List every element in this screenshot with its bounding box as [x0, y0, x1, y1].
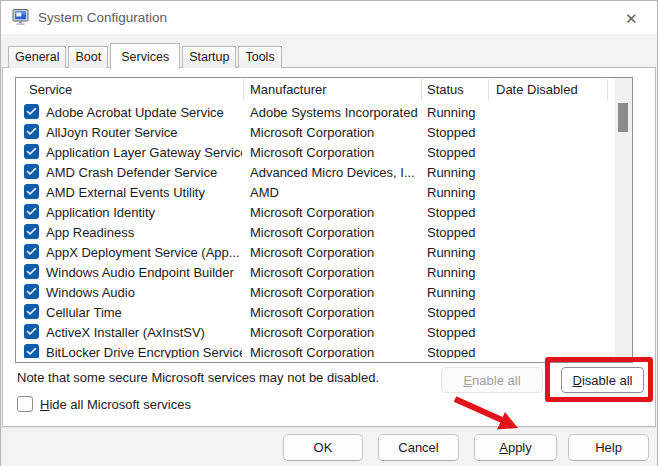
service-manufacturer: Adobe Systems Incorporated: [250, 105, 424, 120]
service-status: Running: [427, 165, 487, 180]
service-manufacturer: Microsoft Corporation: [250, 325, 424, 340]
service-manufacturer: Microsoft Corporation: [250, 285, 424, 300]
service-name: AMD External Events Utility: [46, 185, 242, 200]
column-divider: [607, 79, 608, 101]
hide-microsoft-services-checkbox[interactable]: [17, 396, 33, 412]
table-row[interactable]: ActiveX Installer (AxInstSV) Microsoft C…: [16, 322, 615, 342]
service-name: App Readiness: [46, 225, 242, 240]
window-title: System Configuration: [38, 10, 167, 25]
service-checkbox[interactable]: [24, 304, 39, 319]
column-header-manufacturer[interactable]: Manufacturer: [250, 82, 327, 97]
table-row[interactable]: Windows Audio Endpoint Builder Microsoft…: [16, 262, 615, 282]
scrollbar-thumb[interactable]: [618, 103, 628, 132]
service-manufacturer: Microsoft Corporation: [250, 125, 424, 140]
column-header-status[interactable]: Status: [427, 82, 464, 97]
service-name: AllJoyn Router Service: [46, 125, 242, 140]
cancel-button[interactable]: Cancel: [378, 434, 459, 461]
service-checkbox[interactable]: [24, 124, 39, 139]
service-checkbox[interactable]: [24, 204, 39, 219]
service-name: ActiveX Installer (AxInstSV): [46, 325, 242, 340]
hide-microsoft-services-label: Hide all Microsoft services: [40, 397, 191, 412]
close-icon[interactable]: ✕: [619, 7, 643, 29]
table-row[interactable]: App Readiness Microsoft Corporation Stop…: [16, 222, 615, 242]
service-checkbox[interactable]: [24, 104, 39, 119]
services-rows: Adobe Acrobat Update Service Adobe Syste…: [16, 102, 615, 358]
table-row[interactable]: Windows Audio Microsoft Corporation Runn…: [16, 282, 615, 302]
tab-services[interactable]: Services: [110, 43, 180, 69]
service-status: Stopped: [427, 225, 487, 240]
service-status: Running: [427, 285, 487, 300]
service-manufacturer: Microsoft Corporation: [250, 245, 424, 260]
services-list-header: Service Manufacturer Status Date Disable…: [16, 78, 615, 102]
services-tab-panel: Service Manufacturer Status Date Disable…: [2, 67, 656, 427]
dialog-button-bar: OK Cancel Apply Help: [1, 427, 657, 466]
vertical-scrollbar[interactable]: [615, 78, 632, 362]
service-name: AppX Deployment Service (App...: [46, 245, 242, 260]
service-name: Adobe Acrobat Update Service: [46, 105, 242, 120]
msconfig-app-icon: [12, 9, 32, 27]
services-list: Service Manufacturer Status Date Disable…: [15, 77, 633, 363]
table-row[interactable]: AppX Deployment Service (App... Microsof…: [16, 242, 615, 262]
tab-strip: General Boot Services Startup Tools: [8, 41, 284, 68]
service-status: Stopped: [427, 125, 487, 140]
service-status: Stopped: [427, 205, 487, 220]
table-row[interactable]: Cellular Time Microsoft Corporation Stop…: [16, 302, 615, 322]
service-checkbox[interactable]: [24, 224, 39, 239]
service-name: Cellular Time: [46, 305, 242, 320]
enable-all-button[interactable]: Enable all: [441, 367, 543, 393]
service-manufacturer: Microsoft Corporation: [250, 205, 424, 220]
service-checkbox[interactable]: [24, 164, 39, 179]
column-header-date-disabled[interactable]: Date Disabled: [496, 82, 578, 97]
service-status: Running: [427, 245, 487, 260]
table-row[interactable]: AllJoyn Router Service Microsoft Corpora…: [16, 122, 615, 142]
system-configuration-window: System Configuration ✕ General Boot Serv…: [0, 0, 658, 466]
apply-button[interactable]: Apply: [474, 434, 557, 461]
service-status: Running: [427, 265, 487, 280]
service-checkbox[interactable]: [24, 324, 39, 339]
table-row[interactable]: AMD Crash Defender Service Advanced Micr…: [16, 162, 615, 182]
column-divider: [243, 79, 244, 101]
service-status: Stopped: [427, 145, 487, 160]
service-name: Windows Audio Endpoint Builder: [46, 265, 242, 280]
column-divider: [488, 79, 489, 101]
service-checkbox[interactable]: [24, 184, 39, 199]
table-row[interactable]: AMD External Events Utility AMD Running: [16, 182, 615, 202]
service-checkbox[interactable]: [24, 264, 39, 279]
title-bar: System Configuration ✕: [1, 1, 657, 34]
service-manufacturer: Microsoft Corporation: [250, 305, 424, 320]
disable-all-button[interactable]: Disable all: [561, 367, 644, 393]
ok-button[interactable]: OK: [283, 434, 363, 461]
service-manufacturer: Advanced Micro Devices, I...: [250, 165, 424, 180]
table-row[interactable]: Adobe Acrobat Update Service Adobe Syste…: [16, 102, 615, 122]
service-checkbox[interactable]: [24, 344, 39, 358]
service-status: Running: [427, 105, 487, 120]
service-name: Windows Audio: [46, 285, 242, 300]
tab-boot[interactable]: Boot: [68, 46, 108, 68]
service-manufacturer: Microsoft Corporation: [250, 225, 424, 240]
table-row[interactable]: Application Identity Microsoft Corporati…: [16, 202, 615, 222]
secure-services-note: Note that some secure Microsoft services…: [17, 370, 379, 385]
help-button[interactable]: Help: [568, 434, 649, 461]
service-checkbox[interactable]: [24, 244, 39, 259]
service-status: Stopped: [427, 305, 487, 320]
service-name: Application Identity: [46, 205, 242, 220]
column-header-service[interactable]: Service: [29, 82, 72, 97]
table-row[interactable]: Application Layer Gateway Service Micros…: [16, 142, 615, 162]
service-status: Stopped: [427, 345, 487, 358]
service-status: Stopped: [427, 325, 487, 340]
service-name: AMD Crash Defender Service: [46, 165, 242, 180]
service-name: Application Layer Gateway Service: [46, 145, 242, 160]
table-row[interactable]: BitLocker Drive Encryption Service Micro…: [16, 342, 615, 358]
service-name: BitLocker Drive Encryption Service: [46, 345, 242, 358]
service-manufacturer: AMD: [250, 185, 424, 200]
service-manufacturer: Microsoft Corporation: [250, 345, 424, 358]
service-checkbox[interactable]: [24, 284, 39, 299]
column-divider: [421, 79, 422, 101]
tab-tools[interactable]: Tools: [238, 46, 281, 68]
service-manufacturer: Microsoft Corporation: [250, 145, 424, 160]
tab-general[interactable]: General: [8, 46, 66, 68]
service-status: Running: [427, 185, 487, 200]
tab-startup[interactable]: Startup: [182, 46, 236, 68]
service-checkbox[interactable]: [24, 144, 39, 159]
service-manufacturer: Microsoft Corporation: [250, 265, 424, 280]
